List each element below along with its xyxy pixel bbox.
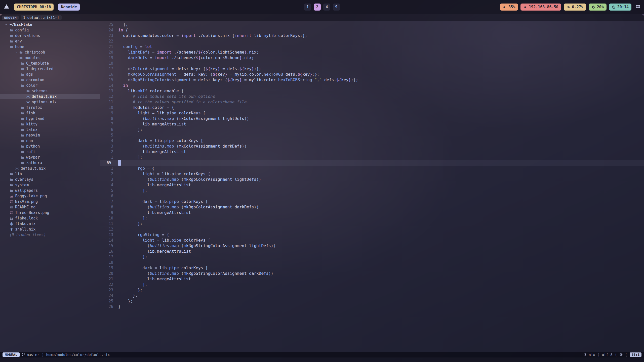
- tree-item-system[interactable]: system: [0, 182, 100, 188]
- tree-item-foggy-lake.png[interactable]: Foggy-Lake.png: [0, 193, 100, 199]
- editor-line[interactable]: 25 ];: [100, 22, 644, 27]
- tree-item-1-deprecated[interactable]: 1_deprecated: [0, 66, 100, 72]
- editor-line[interactable]: 17 ];: [100, 254, 644, 260]
- workspace-button-1[interactable]: 1: [304, 4, 311, 11]
- editor-line[interactable]: 2 lib.mergeAttrsList: [100, 149, 644, 155]
- editor-line[interactable]: 6: [100, 193, 644, 199]
- editor-line[interactable]: 18: [100, 260, 644, 265]
- editor-line[interactable]: 12 # This module sets its own options: [100, 94, 644, 99]
- editor-line[interactable]: 17 mkColorAssignment = defs: key: {${key…: [100, 66, 644, 72]
- editor-line[interactable]: 21 lib.mergeAttrsList: [100, 276, 644, 282]
- editor-line[interactable]: 18: [100, 61, 644, 66]
- tree-item-derivations[interactable]: derivations: [0, 33, 100, 38]
- workspace-button-2[interactable]: 2: [314, 4, 321, 11]
- editor-line[interactable]: 13 rgbString = {: [100, 232, 644, 238]
- tree-item-options.nix[interactable]: options.nix: [0, 99, 100, 105]
- tree-item-nixflake[interactable]: ~/NixFlake: [0, 22, 100, 27]
- editor-line[interactable]: 6 ];: [100, 127, 644, 132]
- tray-icon-wrap[interactable]: [635, 4, 640, 10]
- editor-line[interactable]: 4 dark = lib.pipe colorKeys [: [100, 138, 644, 144]
- tree-item-python[interactable]: python: [0, 144, 100, 149]
- editor-line[interactable]: 5: [100, 132, 644, 138]
- tree-item-rofi[interactable]: rofi: [0, 149, 100, 155]
- editor-line[interactable]: 20 lightDefs = import ./schemes/${color.…: [100, 50, 644, 55]
- editor-line[interactable]: 15 mkRgbStringColorAssignment = defs: ke…: [100, 77, 644, 83]
- tree-item-color[interactable]: color: [0, 83, 100, 88]
- window-title-badge[interactable]: Neovide: [58, 4, 79, 11]
- editor-line[interactable]: 7 dark = lib.pipe colorKeys [: [100, 199, 644, 204]
- editor-line[interactable]: 12: [100, 227, 644, 232]
- editor-line[interactable]: 1 rgb = {: [100, 166, 644, 171]
- editor-line[interactable]: 9 lib.mergeAttrsList: [100, 210, 644, 215]
- tree-item-config[interactable]: config: [0, 27, 100, 33]
- memory-badge[interactable]: 20%: [589, 4, 607, 11]
- editor-line[interactable]: 16 mkRgbColorAssignment = defs: key: {${…: [100, 72, 644, 77]
- tree-item-waybar[interactable]: waybar: [0, 155, 100, 160]
- tree-item-kitty[interactable]: kitty: [0, 121, 100, 127]
- editor-line[interactable]: 15 (builtins.map (mkRgbStringColorAssign…: [100, 243, 644, 249]
- clock-badge[interactable]: 20:14: [609, 4, 631, 11]
- tree-item-default.nix[interactable]: default.nix: [0, 166, 100, 171]
- buffer-tab[interactable]: 1 default.nix[1+]: [21, 15, 62, 20]
- editor-line[interactable]: 5 ];: [100, 188, 644, 193]
- editor-line[interactable]: 13 lib.mkIf color.enable {: [100, 88, 644, 94]
- tree-item-christoph[interactable]: └christoph: [0, 50, 100, 55]
- tree-item-fish[interactable]: fish: [0, 110, 100, 116]
- tree-item-latex[interactable]: latex: [0, 127, 100, 132]
- tree-item-neovim[interactable]: neovim: [0, 132, 100, 138]
- editor-line[interactable]: 2 light = lib.pipe colorKeys [: [100, 171, 644, 177]
- tree-item-shell.nix[interactable]: shell.nix: [0, 227, 100, 232]
- tree-item-flake.lock[interactable]: flake.lock: [0, 215, 100, 221]
- editor-line[interactable]: 11 };: [100, 221, 644, 227]
- network-badge[interactable]: 192.168.86.50: [520, 4, 561, 11]
- editor-line[interactable]: 23 };: [100, 287, 644, 293]
- workspace-button-9[interactable]: 9: [333, 4, 340, 11]
- tree-item-home[interactable]: home: [0, 44, 100, 50]
- tree-item-lib[interactable]: lib: [0, 171, 100, 177]
- editor-line[interactable]: 3 (builtins.map (mkColorAssignment darkD…: [100, 144, 644, 149]
- tree-item-ags[interactable]: ags: [0, 72, 100, 77]
- user-time-badge[interactable]: CHRISTOPH 08:18: [14, 4, 54, 11]
- editor-line[interactable]: 14 in: [100, 83, 644, 88]
- editor-line[interactable]: 19 dark = lib.pipe colorKeys [: [100, 265, 644, 271]
- editor-line[interactable]: 23 options.modules.color = import ./opti…: [100, 33, 644, 38]
- tree-item-0-template[interactable]: 0_template: [0, 61, 100, 66]
- tree-item-modules[interactable]: └modules: [0, 55, 100, 61]
- git-branch-indicator[interactable]: master: [22, 353, 39, 357]
- editor-line[interactable]: 24 };: [100, 293, 644, 298]
- editor-line[interactable]: 24in {: [100, 27, 644, 33]
- editor-line[interactable]: 11 # to the values specified in a colors…: [100, 99, 644, 105]
- editor-line[interactable]: 4 lib.mergeAttrsList: [100, 182, 644, 188]
- tree-item-wallpapers[interactable]: wallpapers: [0, 188, 100, 193]
- workspace-button-4[interactable]: 4: [323, 4, 330, 11]
- tree-item-three-bears.png[interactable]: Three-Bears.png: [0, 210, 100, 215]
- command-line[interactable]: [0, 357, 644, 362]
- tree-item-chromium[interactable]: chromium: [0, 77, 100, 83]
- tree-item-hyprland[interactable]: hyprland: [0, 116, 100, 121]
- editor-line[interactable]: 16 lib.mergeAttrsList: [100, 249, 644, 254]
- editor-line[interactable]: 10 ];: [100, 215, 644, 221]
- editor-line[interactable]: 10 modules.color = {: [100, 105, 644, 110]
- volume-badge[interactable]: 35%: [500, 4, 518, 11]
- tree-item-readme.md[interactable]: README.md: [0, 204, 100, 210]
- tree-item-firefox[interactable]: firefox: [0, 105, 100, 110]
- editor-line-current[interactable]: 65: [100, 160, 644, 166]
- editor-line[interactable]: 8 (builtins.map (mkColorAssignment light…: [100, 116, 644, 121]
- editor-line[interactable]: 20 (builtins.map (mkRgbStringColorAssign…: [100, 271, 644, 276]
- tree-item-schemes[interactable]: schemes: [0, 88, 100, 94]
- tree-item-nixvim.png[interactable]: NixVim.png: [0, 199, 100, 204]
- tree-item-nnn[interactable]: nnn: [0, 138, 100, 144]
- tree-item-overlays[interactable]: overlays: [0, 177, 100, 182]
- editor-line[interactable]: 22 ];: [100, 282, 644, 287]
- tree-item-default.nix[interactable]: default.nix: [0, 94, 100, 99]
- tree-item-9-hidden-items[interactable]: (9 hidden items): [0, 232, 100, 238]
- editor-line[interactable]: 25 };: [100, 298, 644, 304]
- tree-item-zathura[interactable]: zathura: [0, 160, 100, 166]
- editor-line[interactable]: 7 lib.mergeAttrsList: [100, 121, 644, 127]
- editor-line[interactable]: 19 darkDefs = import ./schemes/${color.d…: [100, 55, 644, 61]
- editor-line[interactable]: 3 (builtins.map (mkRgbColorAssignment li…: [100, 177, 644, 182]
- editor-line[interactable]: 9 light = lib.pipe colorKeys [: [100, 110, 644, 116]
- tree-item-env[interactable]: env: [0, 38, 100, 44]
- tree-item-flake.nix[interactable]: flake.nix: [0, 221, 100, 227]
- editor-line[interactable]: 26}: [100, 304, 644, 309]
